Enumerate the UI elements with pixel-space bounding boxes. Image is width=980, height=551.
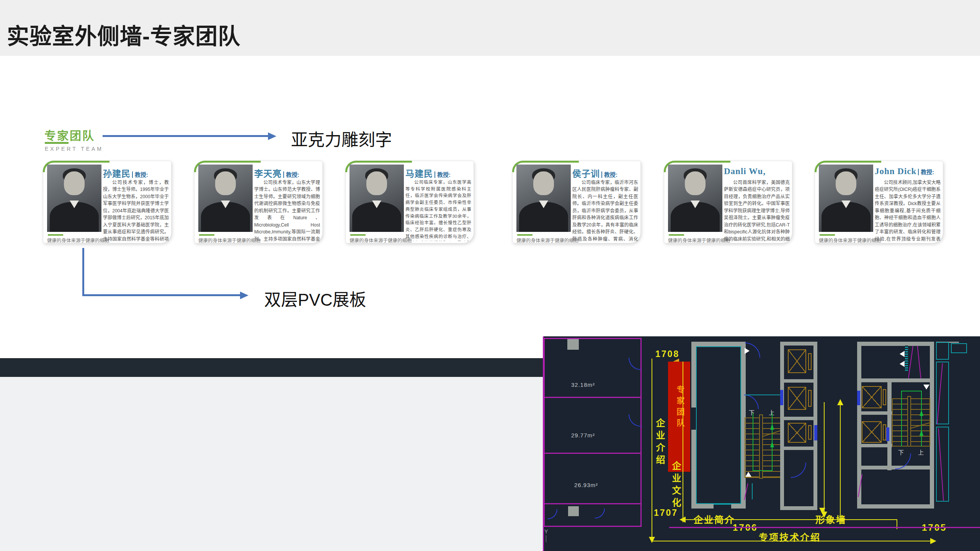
wall [781,417,817,420]
expert-title: 教授: [132,171,148,178]
brand-underline [45,142,69,144]
portrait-face [533,171,554,195]
acrylic-arrow-head-icon [268,132,276,140]
elevator-icon [788,387,806,410]
stair-down-label: 下 [749,408,755,416]
wall-opening [691,408,696,430]
expert-card: Danli Wu, 公司首席科学家，美国德克萨斯安德森癌症中心研究员，项目经理，… [664,161,792,243]
image-wall-label: 形象墙 [815,512,846,526]
expert-card: 李天亮教授: 公司技术专家，山东大学理学博士。山东师范大学教授、博士生导师。主要… [194,161,323,243]
expert-photo [819,165,873,232]
room-area-label: 32.18m² [571,381,595,388]
direction-triangle-icon [900,361,905,367]
stair-path [921,391,922,447]
expert-bio: 公司技术顾问,加拿大安大略癌症研究所(OICR)癌症干细胞系主任、加拿大多伦多大… [875,179,941,241]
elevator-counterweight [808,390,812,407]
expert-team-wall-highlight: 专家团队 [668,362,690,472]
expert-caption: 健康的身体来源于健康的细胞 [819,236,881,244]
expert-title: 教授: [434,171,451,178]
wall [858,411,892,415]
portrait-shirt [691,201,700,208]
elevator-counterweight [883,389,886,405]
detail-line [752,483,753,499]
elevator-icon [788,349,806,373]
expert-caption: 健康的身体来源于健康的细胞 [516,236,579,244]
elevator-door [780,390,783,405]
wall [781,379,817,383]
wall [887,378,892,470]
stair-up-label: 上 [918,448,924,456]
elevator-icon [862,421,882,443]
pvc-callout-label: 双层PVC展板 [264,286,366,311]
direction-triangle-icon [745,472,751,477]
elevator-icon [788,423,806,443]
portrait-shirt [70,201,79,208]
elevator-door [814,425,817,440]
dimension-line [652,359,652,541]
wall [858,444,892,447]
expert-photo [47,165,101,232]
axis-label: Y [544,528,548,535]
expert-name-row: 侯子训教授: [572,166,638,179]
wall [544,397,642,398]
dimension-line [652,541,935,541]
elevator-counterweight [883,424,886,440]
wall-line [746,395,781,395]
portrait-shirt [841,201,851,208]
stair-core-walls [691,342,746,509]
caption-dash [350,234,366,236]
expert-name-row: Danli Wu, [724,166,790,176]
wall-pier [568,506,579,516]
elevator-counterweight [808,353,812,370]
expert-name: Danli Wu, [724,166,766,176]
stair-divider [907,396,911,447]
room-number-1707: 1707 [654,508,678,518]
door-arc-icon [744,395,759,409]
dimension-line [840,404,841,518]
portrait-face [64,171,85,195]
expert-name-row: John Dick教授: [875,166,941,176]
portrait-shirt [221,201,230,208]
expert-bio: 公司首席科学家，美国德克萨斯安德森癌症中心研究员，项目经理，负责细胞治疗产品从实… [724,179,790,241]
expert-name: 马建民 [405,169,433,179]
dimension-arrow-icon [930,538,936,544]
expert-caption: 健康的身体来源于健康的细胞 [668,236,730,244]
portrait-face [366,171,387,195]
boundary-line [669,527,980,528]
expert-caption: 健康的身体来源于健康的细胞 [198,236,261,244]
wall-opening [714,504,731,509]
portrait-shirt [372,201,381,208]
acrylic-callout-label: 亚克力雕刻字 [291,126,392,151]
expert-name: John Dick [875,166,916,176]
floor-plan: 32.18m² 29.77m² 26.93m² 1708 专家团队 企业介绍 企… [543,336,980,551]
company-profile-label: 企业简介 [694,512,735,526]
expert-bio: 公司临床专家，山东医学高等专科学校附属医院感染科主任，临沂医学会传染病学会及肝病… [405,179,471,241]
facade-panel [951,343,967,353]
expert-bio: 公司临床专家，临沂市河东区人民医院肝病肿瘤科专家、副院长、内一科主任，副主任医师… [572,179,638,241]
elevator-icon [862,386,882,408]
portrait-face [836,171,856,195]
expert-caption: 健康的身体来源于健康的细胞 [350,236,412,244]
wall [858,466,931,469]
company-intro-label: 企业介绍 [653,418,666,467]
wall-pier [567,339,579,350]
expert-photo [668,165,722,232]
direction-triangle-icon [745,348,750,354]
dimension-arrow-icon [837,399,843,405]
dimension-line [683,362,683,522]
stairs-icon [892,398,930,447]
stair-path [901,391,921,391]
stair-arrow-icon [770,441,774,447]
page-title: 实验室外侧墙-专家团队 [7,18,240,51]
expert-caption: 健康的身体来源于健康的细胞 [47,236,109,244]
portrait-shirt [539,201,548,208]
axis-tick [546,535,546,542]
brand-label-en: EXPERT TEAM [45,146,103,152]
expert-photo [198,165,253,232]
expert-card: 侯子训教授: 公司临床专家，临沂市河东区人民医院肝病肿瘤科专家、副院长、内一科主… [512,161,641,243]
stair-divider [759,414,763,479]
expert-bio: 公司技术专家，山东大学理学博士。山东师范大学教授、博士生导师。主要研究领域为细胞… [254,179,320,241]
stairs-icon [745,417,781,478]
expert-photo [516,165,571,232]
room-area-label: 29.77m² [571,432,595,439]
